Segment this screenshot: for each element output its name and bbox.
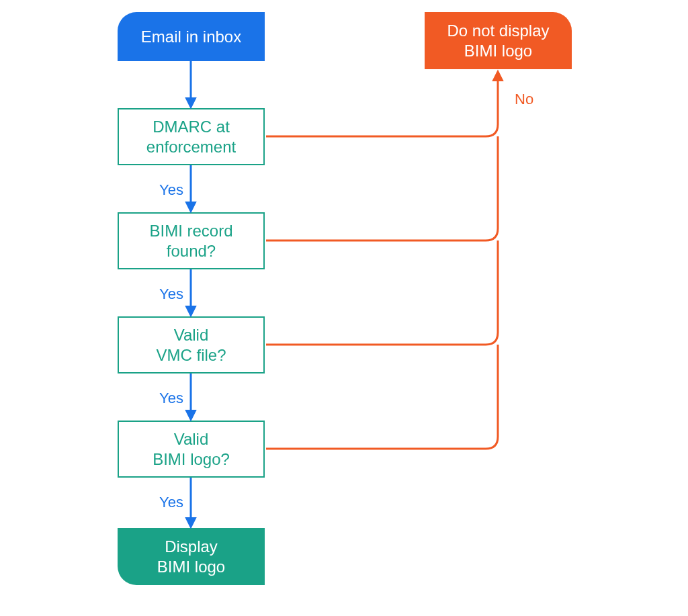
node-end-do-not-display: Do not displayBIMI logo — [425, 12, 572, 69]
edge-label-no: No — [515, 91, 533, 108]
node-bimi-text: BIMI recordfound? — [149, 221, 232, 261]
edge-label-yes-3: Yes — [159, 390, 183, 407]
node-end-display-bimi: DisplayBIMI logo — [118, 528, 265, 585]
edge-logo-q-no — [266, 345, 498, 449]
flowchart-stage: Email in inbox DMARC atenforcement BIMI … — [0, 0, 688, 616]
node-start-email-in-inbox: Email in inbox — [118, 12, 265, 61]
node-decision-bimi-logo: ValidBIMI logo? — [118, 421, 265, 478]
node-dmarc-text: DMARC atenforcement — [146, 117, 236, 157]
edge-label-yes-4: Yes — [159, 494, 183, 511]
node-end-no-text: Do not displayBIMI logo — [447, 21, 549, 61]
node-end-yes-text: DisplayBIMI logo — [157, 537, 225, 577]
connectors-svg — [0, 0, 688, 616]
edge-label-yes-1: Yes — [159, 181, 183, 199]
node-decision-dmarc: DMARC atenforcement — [118, 108, 265, 165]
node-logo-q-text: ValidBIMI logo? — [153, 429, 230, 470]
edge-dmarc-no — [266, 72, 498, 136]
node-vmc-text: ValidVMC file? — [156, 325, 226, 365]
edge-label-yes-2: Yes — [159, 285, 183, 303]
node-decision-bimi-record: BIMI recordfound? — [118, 212, 265, 269]
node-decision-vmc: ValidVMC file? — [118, 316, 265, 373]
edge-vmc-no — [266, 240, 498, 345]
node-start-text: Email in inbox — [141, 27, 241, 47]
edge-bimi-no — [266, 136, 498, 240]
